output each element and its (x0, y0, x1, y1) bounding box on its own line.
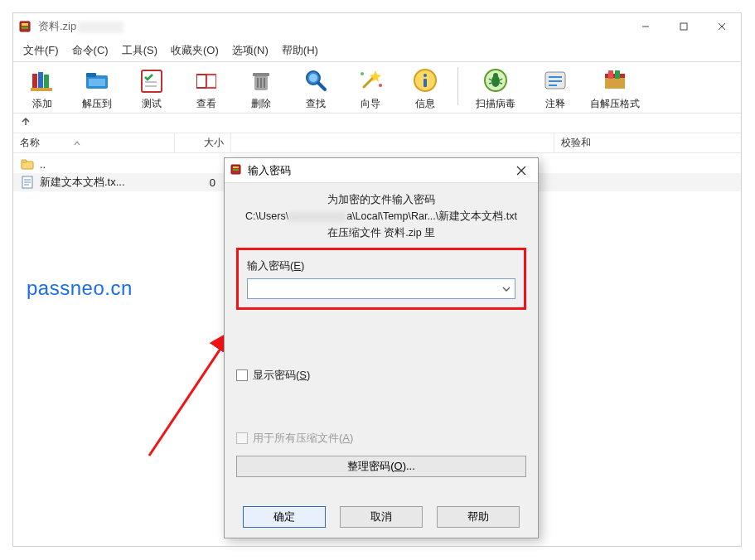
dialog-close-button[interactable] (505, 158, 538, 183)
svg-rect-10 (31, 88, 52, 91)
title-bar[interactable]: 资料.zip (13, 13, 741, 40)
column-headers: 名称 大小 校验和 (13, 133, 741, 153)
svg-point-30 (379, 84, 382, 87)
dialog-title-bar[interactable]: 输入密码 (225, 158, 538, 183)
sfx-archive-icon (600, 65, 630, 95)
header-size[interactable]: 大小 (175, 133, 231, 152)
svg-rect-47 (608, 70, 613, 79)
sort-caret-icon (73, 139, 81, 147)
chevron-down-icon[interactable] (498, 279, 515, 298)
dialog-message: 为加密的文件输入密码 C:\Users\a\Local\Temp\Rar...\… (236, 191, 526, 241)
svg-line-39 (489, 83, 491, 84)
winrar-small-icon (230, 162, 243, 179)
toolbar-separator (457, 67, 458, 105)
header-name[interactable]: 名称 (13, 133, 175, 152)
trash-icon (246, 65, 276, 95)
svg-line-40 (500, 83, 502, 84)
svg-rect-7 (32, 74, 37, 89)
toolbar-wizard[interactable]: 向导 (346, 65, 394, 111)
password-input[interactable] (247, 278, 515, 299)
toolbar-add[interactable]: 添加 (18, 65, 66, 111)
checkbox-box (236, 432, 248, 444)
highlight-box: 输入密码(E) (236, 248, 526, 310)
folder-open-icon (82, 65, 112, 95)
svg-rect-8 (38, 72, 43, 89)
organize-passwords-button[interactable]: 整理密码(O)... (236, 456, 526, 477)
toolbar-test[interactable]: 测试 (128, 65, 176, 111)
svg-rect-13 (89, 79, 105, 86)
info-icon (410, 65, 440, 95)
svg-point-32 (423, 74, 427, 77)
toolbar-view[interactable]: 查看 (182, 65, 230, 111)
minimize-button[interactable] (627, 13, 665, 40)
use-for-all-checkbox: 用于所有压缩文件(A) (236, 431, 526, 446)
help-button[interactable]: 帮助 (437, 506, 520, 528)
note-lines-icon (540, 65, 570, 95)
watermark-text: passneo.cn (27, 277, 133, 300)
magnifier-icon (301, 65, 331, 95)
book-open-icon (191, 65, 221, 95)
folder-up-icon (20, 157, 35, 171)
svg-point-36 (493, 73, 498, 78)
password-label: 输入密码(E) (247, 258, 515, 273)
password-dialog: 输入密码 为加密的文件输入密码 C:\Users\a\Local\Temp\Ra… (224, 157, 539, 538)
winrar-app-icon (18, 19, 33, 34)
maximize-button[interactable] (665, 13, 703, 40)
window-title: 资料.zip (38, 19, 627, 34)
svg-rect-9 (44, 75, 49, 89)
checklist-icon (137, 65, 167, 95)
svg-rect-1 (22, 23, 28, 26)
svg-rect-45 (605, 77, 625, 89)
svg-point-25 (309, 74, 317, 82)
cancel-button[interactable]: 取消 (340, 506, 423, 528)
svg-rect-2 (22, 27, 28, 29)
svg-line-26 (318, 83, 325, 89)
nav-row (13, 113, 741, 133)
toolbar: 添加 解压到 测试 查看 删除 (13, 61, 741, 113)
wand-icon (356, 65, 385, 95)
svg-rect-17 (197, 75, 206, 87)
menu-options[interactable]: 选项(N) (225, 41, 275, 60)
toolbar-comment[interactable]: 注释 (531, 65, 579, 111)
toolbar-info[interactable]: 信息 (401, 65, 449, 111)
svg-rect-33 (423, 79, 427, 87)
ok-button[interactable]: 确定 (243, 506, 326, 528)
svg-rect-48 (615, 70, 620, 79)
menu-favorites[interactable]: 收藏夹(O) (164, 41, 225, 60)
checkbox-box (236, 369, 248, 381)
svg-rect-50 (22, 160, 27, 162)
svg-rect-4 (680, 23, 687, 30)
svg-rect-14 (142, 70, 162, 92)
books-stack-icon (27, 65, 57, 95)
toolbar-sfx[interactable]: 自解压格式 (586, 65, 644, 111)
show-password-checkbox[interactable]: 显示密码(S) (236, 368, 526, 383)
menu-tools[interactable]: 工具(S) (115, 41, 164, 60)
password-combobox[interactable] (247, 278, 515, 299)
toolbar-delete[interactable]: 删除 (237, 65, 285, 111)
menu-bar: 文件(F) 命令(C) 工具(S) 收藏夹(O) 选项(N) 帮助(H) (13, 40, 741, 61)
dialog-title: 输入密码 (248, 163, 505, 178)
svg-rect-18 (207, 75, 215, 87)
svg-point-29 (361, 72, 364, 75)
menu-command[interactable]: 命令(C) (65, 41, 115, 60)
toolbar-find[interactable]: 查找 (292, 65, 340, 111)
svg-rect-12 (86, 73, 96, 77)
svg-rect-20 (253, 73, 269, 76)
header-checksum[interactable]: 校验和 (554, 133, 741, 152)
svg-rect-58 (233, 169, 239, 171)
toolbar-extract-to[interactable]: 解压到 (73, 65, 121, 111)
up-arrow-icon[interactable] (20, 116, 31, 131)
svg-rect-57 (233, 167, 239, 168)
close-button[interactable] (703, 13, 741, 40)
toolbar-virus-scan[interactable]: 扫描病毒 (467, 65, 525, 111)
menu-help[interactable]: 帮助(H) (275, 41, 325, 60)
text-file-icon (20, 175, 35, 190)
bug-icon (481, 65, 511, 95)
menu-file[interactable]: 文件(F) (17, 41, 65, 60)
header-spacer (231, 133, 554, 152)
